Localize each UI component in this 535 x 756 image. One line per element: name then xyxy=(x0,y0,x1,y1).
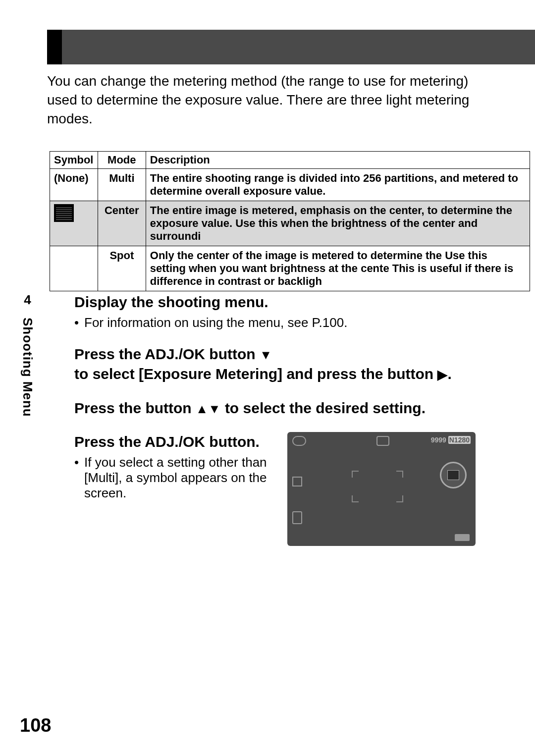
up-triangle-icon xyxy=(196,400,208,416)
th-symbol: Symbol xyxy=(50,152,98,169)
focus-bracket-icon xyxy=(352,471,359,478)
mode-cell: Center xyxy=(98,201,146,246)
camera-screen-preview: 9999 N1280 xyxy=(287,432,476,546)
text: to select [Exposure Metering] and press … xyxy=(74,366,437,382)
focus-bracket-icon xyxy=(352,495,359,502)
symbol-cell: (None) xyxy=(50,169,98,201)
desc-cell: The entire image is metered, emphasis on… xyxy=(146,201,530,246)
intro-text: You can change the metering method (the … xyxy=(47,72,483,128)
picture-counter: 9999 N1280 xyxy=(431,436,471,444)
symbol-cell xyxy=(50,246,98,291)
chapter-number: 4 xyxy=(24,292,31,308)
step-title: Display the shooting menu. xyxy=(74,292,476,313)
macro-icon xyxy=(292,436,306,446)
table-row: (None) Multi The entire shooting range i… xyxy=(50,169,530,201)
mode-cell: Multi xyxy=(98,169,146,201)
th-mode: Mode xyxy=(98,152,146,169)
desc-cell: The entire shooting range is divided int… xyxy=(146,169,530,201)
down-triangle-icon xyxy=(260,346,272,362)
text: to select the desired setting. xyxy=(225,400,426,416)
metering-symbol-icon xyxy=(447,470,459,480)
selftimer-icon xyxy=(292,511,302,524)
step-title: Press the ADJ./OK button to select [Expo… xyxy=(74,344,476,384)
step-2: Press the ADJ./OK button to select [Expo… xyxy=(74,344,476,384)
right-triangle-icon xyxy=(437,366,447,382)
flash-icon xyxy=(292,477,302,486)
header-tab xyxy=(47,30,62,64)
symbol-cell xyxy=(50,201,98,246)
sidebar: 4 Shooting Menu xyxy=(20,292,35,417)
table-row: Spot Only the center of the image is met… xyxy=(50,246,530,291)
step-4: Press the ADJ./OK button. If you select … xyxy=(74,432,476,546)
text: Press the ADJ./OK button xyxy=(74,346,260,362)
step-1: Display the shooting menu. For informati… xyxy=(74,292,476,330)
page-number: 108 xyxy=(20,715,51,736)
table-row: Center The entire image is metered, emph… xyxy=(50,201,530,246)
desc-cell: Only the center of the image is metered … xyxy=(146,246,530,291)
metering-symbol-highlight xyxy=(440,462,467,488)
center-metering-icon xyxy=(54,204,74,222)
step-3: Press the button to select the desired s… xyxy=(74,398,476,419)
size-badge: N1280 xyxy=(448,436,471,444)
chapter-title: Shooting Menu xyxy=(20,318,35,417)
focus-bracket-icon xyxy=(396,495,403,502)
battery-icon xyxy=(455,534,470,541)
focus-bracket-icon xyxy=(396,471,403,478)
intro-line: You can change the metering method (the … xyxy=(47,73,469,126)
down-triangle-icon xyxy=(208,400,220,416)
metering-icon xyxy=(376,436,389,446)
mode-cell: Spot xyxy=(98,246,146,291)
steps-content: Display the shooting menu. For informati… xyxy=(74,292,476,560)
step-title: Press the ADJ./OK button. xyxy=(74,432,272,452)
metering-modes-table: Symbol Mode Description (None) Multi The… xyxy=(50,151,530,291)
th-description: Description xyxy=(146,152,530,169)
counter-value: 9999 xyxy=(431,436,446,444)
step-note: If you select a setting other than [Mult… xyxy=(84,455,272,501)
header-banner xyxy=(47,30,535,64)
step-title: Press the button to select the desired s… xyxy=(74,398,476,419)
step-note: For information on using the menu, see P… xyxy=(84,315,476,330)
text: Press the button xyxy=(74,400,196,416)
